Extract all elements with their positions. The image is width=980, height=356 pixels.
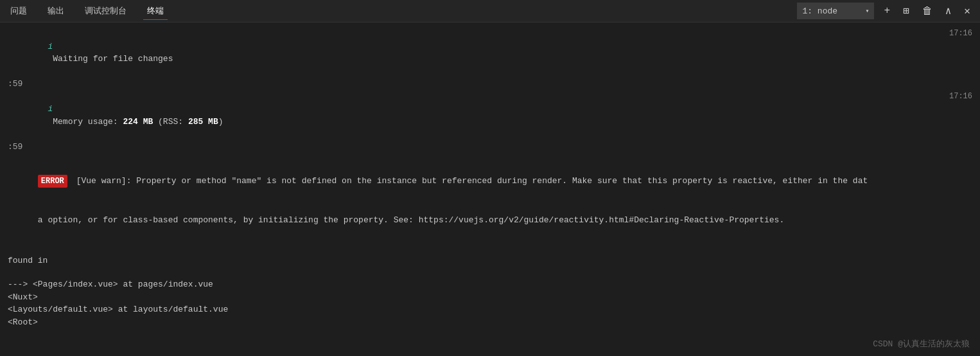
spacer-1 [8, 153, 972, 162]
line-memory-text: i Memory usage: 224 MB (RSS: 285 MB) [8, 91, 943, 141]
top-bar: 问题 输出 调试控制台 终端 1: node ▾ + ⊞ 🗑 ∧ ✕ [0, 0, 980, 22]
error-line-1b: a option, or for class-based components,… [8, 201, 972, 239]
info-icon-1: i [48, 42, 53, 51]
collapse-icon[interactable]: ∧ [942, 3, 955, 19]
error-line-1: ERROR [Vue warn]: Property or method "na… [8, 162, 972, 200]
spacer-2 [8, 240, 972, 249]
memory-mb: 224 MB [123, 117, 153, 127]
menu-item-terminal[interactable]: 终端 [143, 3, 168, 20]
line-waiting: i Waiting for file changes 17:16 [8, 28, 972, 78]
found-in-1: found in [8, 254, 972, 267]
add-terminal-icon[interactable]: + [880, 4, 893, 18]
terminal-selector-label: 1: node [802, 6, 837, 16]
spacer-3 [8, 269, 972, 278]
terminal-content: i Waiting for file changes 17:16 :59 i M… [0, 22, 980, 356]
menu-item-output[interactable]: 输出 [44, 3, 68, 20]
menu-item-problems[interactable]: 问题 [6, 3, 31, 20]
terminal-selector[interactable]: 1: node ▾ [797, 3, 874, 19]
error-line-2: ERROR [Vue warn]: Property or method "de… [8, 346, 972, 356]
tree-line-1-3: <Layouts/default.vue> at layouts/default… [8, 303, 972, 316]
component-tree-1: ---> <Pages/index.vue> at pages/index.vu… [8, 278, 972, 328]
info-icon-2: i [48, 104, 53, 114]
line-waiting-text: i Waiting for file changes [8, 28, 943, 78]
menu-item-debug-console[interactable]: 调试控制台 [81, 3, 130, 20]
line-memory: i Memory usage: 224 MB (RSS: 285 MB) 17:… [8, 91, 972, 141]
close-icon[interactable]: ✕ [961, 3, 974, 19]
menu-bar: 问题 输出 调试控制台 终端 [6, 3, 168, 20]
rss-mb: 285 MB [188, 117, 218, 127]
timestamp-1: 17:16 [949, 28, 972, 39]
spacer-4 [8, 328, 972, 337]
toolbar: 1: node ▾ + ⊞ 🗑 ∧ ✕ [797, 3, 974, 19]
tree-line-1-4: <Root> [8, 316, 972, 329]
watermark: CSDN @认真生活的灰太狼 [873, 338, 970, 350]
split-terminal-icon[interactable]: ⊞ [900, 3, 913, 19]
tree-line-1-1: ---> <Pages/index.vue> at pages/index.vu… [8, 278, 972, 291]
tree-line-1-2: <Nuxt> [8, 291, 972, 304]
app-container: 问题 输出 调试控制台 终端 1: node ▾ + ⊞ 🗑 ∧ ✕ i Wai… [0, 0, 980, 356]
delete-terminal-icon[interactable]: 🗑 [919, 4, 936, 19]
line-colon59-2: :59 [8, 141, 972, 154]
error-badge-1: ERROR [38, 175, 67, 188]
chevron-down-icon: ▾ [865, 7, 869, 15]
timestamp-2: 17:16 [949, 91, 972, 102]
line-colon59-1: :59 [8, 78, 972, 91]
spacer-5 [8, 337, 972, 346]
